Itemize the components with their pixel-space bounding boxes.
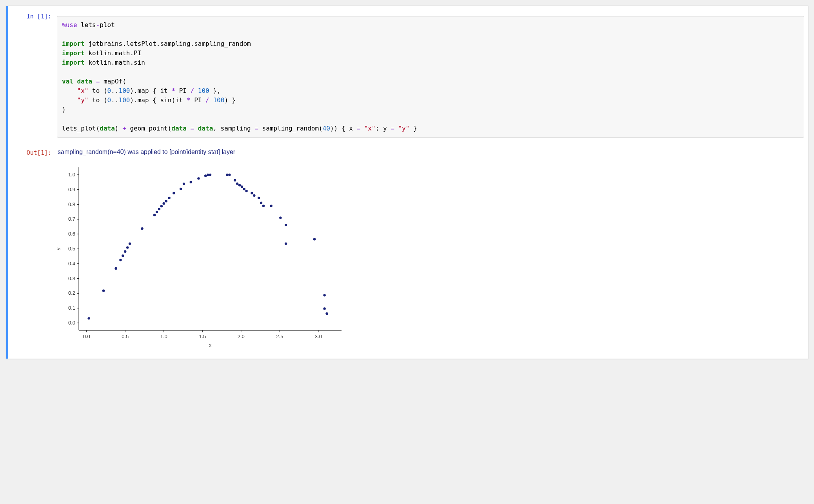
notebook-cell: In [1]: %use lets-plot import jetbrains.… [6, 6, 808, 359]
data-point [207, 174, 209, 176]
data-point [238, 184, 241, 186]
data-point [165, 200, 167, 202]
svg-text:0.0: 0.0 [68, 320, 75, 326]
data-point [236, 182, 238, 185]
data-point [243, 188, 245, 190]
data-point [251, 192, 253, 194]
data-point [260, 202, 262, 204]
y-axis-label: y [55, 247, 61, 250]
data-point [258, 197, 260, 199]
data-point [325, 312, 328, 315]
data-point [270, 205, 272, 207]
data-point [158, 208, 160, 210]
notebook-page: In [1]: %use lets-plot import jetbrains.… [5, 5, 809, 359]
data-point [129, 243, 131, 245]
data-point [153, 214, 156, 216]
data-point [279, 216, 282, 219]
svg-text:0.8: 0.8 [68, 201, 75, 207]
data-point [245, 190, 247, 192]
data-point [160, 205, 163, 207]
output-row: Out[1]: sampling_random(n=40) was applie… [12, 146, 804, 156]
data-point [183, 183, 185, 185]
cell-body: In [1]: %use lets-plot import jetbrains.… [8, 6, 808, 359]
data-point [241, 185, 243, 188]
svg-text:0.4: 0.4 [68, 261, 75, 267]
data-point [262, 205, 265, 207]
x-axis-label: x [209, 342, 212, 348]
svg-text:0.5: 0.5 [68, 246, 75, 252]
scatter-chart: 0.00.10.20.30.40.50.60.70.80.91.00.00.51… [51, 163, 349, 351]
output-text: sampling_random(n=40) was applied to [po… [57, 146, 804, 156]
svg-text:0.1: 0.1 [68, 305, 75, 311]
code-editor[interactable]: %use lets-plot import jetbrains.letsPlot… [57, 16, 804, 138]
data-point [234, 179, 236, 181]
data-point [126, 246, 129, 248]
data-point [141, 227, 143, 230]
data-point [226, 174, 228, 176]
data-point [323, 307, 325, 310]
data-point [173, 192, 175, 194]
data-point [156, 211, 158, 213]
data-point [313, 238, 316, 240]
svg-text:1.0: 1.0 [68, 172, 75, 178]
data-point [190, 181, 192, 183]
data-point [119, 259, 122, 261]
svg-text:0.3: 0.3 [68, 276, 75, 281]
data-point [204, 174, 207, 177]
data-point [253, 194, 255, 197]
svg-text:0.0: 0.0 [83, 334, 90, 339]
output-prompt: Out[1]: [12, 146, 57, 156]
svg-text:0.2: 0.2 [68, 290, 75, 296]
plot-output: 0.00.10.20.30.40.50.60.70.80.91.00.00.51… [12, 159, 804, 351]
data-point [114, 267, 117, 270]
svg-text:1.0: 1.0 [160, 334, 167, 339]
data-point [228, 174, 231, 176]
svg-text:3.0: 3.0 [315, 334, 322, 339]
data-point [163, 202, 165, 205]
data-point [323, 294, 325, 296]
input-prompt: In [1]: [12, 10, 57, 20]
data-point [124, 250, 126, 253]
svg-text:0.6: 0.6 [68, 231, 75, 237]
data-point [285, 224, 287, 226]
data-point [285, 243, 287, 245]
svg-text:2.0: 2.0 [238, 334, 245, 339]
data-point [197, 177, 200, 179]
svg-text:0.5: 0.5 [122, 334, 129, 339]
input-row: In [1]: %use lets-plot import jetbrains.… [12, 10, 804, 144]
data-point [102, 289, 105, 292]
svg-text:0.9: 0.9 [68, 187, 75, 192]
svg-text:1.5: 1.5 [199, 334, 206, 339]
data-point [209, 174, 211, 176]
data-point [168, 197, 170, 199]
data-point [87, 317, 90, 319]
svg-text:2.5: 2.5 [276, 334, 283, 339]
svg-text:0.7: 0.7 [68, 216, 75, 222]
data-point [122, 254, 124, 257]
data-point [180, 188, 182, 190]
